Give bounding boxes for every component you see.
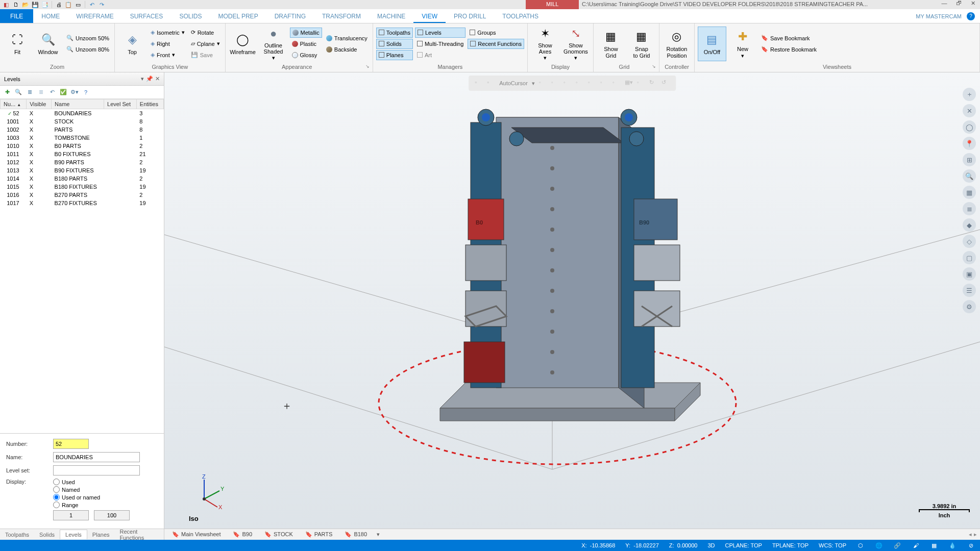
reset-icon[interactable]: ↶ bbox=[48, 88, 56, 96]
qb-pin-icon[interactable]: 📍 bbox=[963, 137, 976, 150]
cplane-status[interactable]: CPLANE: TOP bbox=[725, 542, 762, 548]
snap-to-grid-button[interactable]: ▦Snap to Grid bbox=[627, 27, 656, 61]
table-row[interactable]: 1016XB270 PARTS2 bbox=[1, 191, 164, 199]
save-view-button[interactable]: 💾Save bbox=[189, 50, 222, 60]
col-number[interactable]: Nu... ▲ bbox=[1, 99, 27, 109]
multithreading-toggle[interactable]: Multi-Threading bbox=[415, 39, 465, 49]
glossy-button[interactable]: Glossy bbox=[290, 50, 322, 60]
qb-extra3-icon[interactable]: ▢ bbox=[963, 251, 976, 264]
tab-toolpaths[interactable]: Toolpaths bbox=[0, 530, 34, 539]
dialog-launcher-icon[interactable]: ↘ bbox=[652, 64, 656, 69]
tab-file[interactable]: FILE bbox=[0, 9, 33, 23]
qb-zoom-icon[interactable]: 🔍 bbox=[963, 169, 976, 183]
isometric-button[interactable]: ◈Isometric ▾ bbox=[149, 28, 187, 38]
table-row[interactable]: 1002XPARTS8 bbox=[1, 126, 164, 134]
name-input[interactable] bbox=[53, 452, 140, 462]
save-as-icon[interactable]: 📑 bbox=[41, 1, 49, 9]
tab-levels[interactable]: Levels bbox=[60, 530, 87, 539]
top-button[interactable]: ◈Top bbox=[118, 27, 146, 61]
check-icon[interactable]: ✅ bbox=[59, 88, 67, 96]
save-bookmark-button[interactable]: 🔖Save Bookmark bbox=[759, 33, 819, 43]
tab-toolpaths[interactable]: TOOLPATHS bbox=[494, 9, 547, 23]
tab-modelprep[interactable]: MODEL PREP bbox=[210, 9, 266, 23]
tab-prodrill[interactable]: PRO DRILL bbox=[446, 9, 494, 23]
levels-toggle[interactable]: Levels bbox=[415, 28, 465, 38]
front-button[interactable]: ◈Front ▾ bbox=[149, 50, 187, 60]
vs-stock[interactable]: 🔖STOCK bbox=[259, 529, 299, 540]
radio-named[interactable] bbox=[53, 486, 60, 493]
plastic-button[interactable]: Plastic bbox=[290, 39, 322, 49]
col-entities[interactable]: Entities bbox=[136, 99, 163, 109]
help-icon[interactable]: ? bbox=[82, 88, 90, 96]
dialog-launcher-icon[interactable]: ↘ bbox=[365, 64, 370, 69]
blank-icon[interactable]: ▭ bbox=[74, 1, 82, 9]
qb-gear-icon[interactable]: ⚙ bbox=[963, 300, 976, 313]
status-stop-icon[interactable]: ⊘ bbox=[967, 542, 975, 549]
unzoom50-button[interactable]: 🔍Unzoom 50% bbox=[64, 33, 111, 43]
undo-icon[interactable]: ↶ bbox=[88, 1, 96, 9]
qb-cube-icon[interactable]: ▦ bbox=[963, 186, 976, 199]
vs-b90[interactable]: 🔖B90 bbox=[227, 529, 258, 540]
search-icon[interactable]: 🔍 bbox=[14, 88, 22, 96]
status-globe-icon[interactable]: ⬡ bbox=[856, 542, 865, 549]
rotate-button[interactable]: ⟳Rotate bbox=[189, 28, 222, 38]
stack-fade-icon[interactable]: ≣ bbox=[37, 88, 45, 96]
wireframe-button[interactable]: ◯Wireframe bbox=[229, 27, 257, 61]
radio-used-or-named[interactable] bbox=[53, 494, 60, 500]
show-axes-button[interactable]: ✶Show Axes▾ bbox=[531, 27, 559, 61]
status-link-icon[interactable]: 🔗 bbox=[893, 542, 901, 549]
tab-machine[interactable]: MACHINE bbox=[369, 9, 413, 23]
vs-more[interactable]: ▾ bbox=[374, 531, 383, 538]
rotation-position-button[interactable]: ◎Rotation Position bbox=[663, 27, 691, 61]
qb-extra2-icon[interactable]: ◇ bbox=[963, 235, 976, 248]
col-name[interactable]: Name bbox=[52, 99, 104, 109]
tplane-status[interactable]: TPLANE: TOP bbox=[772, 542, 808, 548]
tab-wireframe[interactable]: WIREFRAME bbox=[68, 9, 121, 23]
outline-shaded-button[interactable]: ●Outline Shaded▾ bbox=[259, 27, 288, 61]
close-icon[interactable]: ✕ bbox=[968, 0, 978, 7]
stack-icon[interactable]: ≣ bbox=[26, 88, 34, 96]
col-levelset[interactable]: Level Set bbox=[104, 99, 137, 109]
vs-main[interactable]: 🔖Main Viewsheet bbox=[166, 529, 226, 540]
backside-button[interactable]: Backside bbox=[324, 44, 370, 55]
status-paint-icon[interactable]: 🖌 bbox=[912, 542, 920, 548]
scroll-left-icon[interactable]: ◂ bbox=[969, 531, 972, 538]
tab-planes[interactable]: Planes bbox=[87, 530, 115, 539]
tab-solids[interactable]: SOLIDS bbox=[171, 9, 210, 23]
table-row[interactable]: 1013XB90 FIXTURES19 bbox=[1, 166, 164, 174]
dropdown-icon[interactable]: ▾ bbox=[141, 76, 144, 82]
right-button[interactable]: ◈Right bbox=[149, 39, 187, 49]
qb-plus-icon[interactable]: ＋ bbox=[963, 88, 976, 101]
vs-parts[interactable]: 🔖PARTS bbox=[300, 529, 338, 540]
radio-range[interactable] bbox=[53, 502, 60, 508]
pin-icon[interactable]: 📌 bbox=[146, 76, 153, 82]
mode-3d[interactable]: 3D bbox=[707, 542, 715, 548]
add-level-icon[interactable]: ✚ bbox=[3, 88, 11, 96]
gear-icon[interactable]: ⚙▾ bbox=[70, 88, 79, 96]
my-mastercam-link[interactable]: MY MASTERCAM bbox=[916, 13, 962, 19]
viewport[interactable]: ▫ ▫ AutoCursor▾ ◦ ◦ ◦ ◦ ◦ ◦ ◦ ▦▾ ◦ ↻ ↺ bbox=[164, 72, 980, 540]
table-row[interactable]: 1015XB180 FIXTURES19 bbox=[1, 183, 164, 191]
restore-bookmark-button[interactable]: 🔖Restore Bookmark bbox=[759, 44, 819, 55]
onoff-button[interactable]: ▤On/Off bbox=[698, 27, 726, 61]
table-row[interactable]: 1014XB180 PARTS2 bbox=[1, 174, 164, 183]
levelset-input[interactable] bbox=[53, 465, 140, 475]
translucency-button[interactable]: Translucency bbox=[324, 33, 370, 43]
tab-view[interactable]: VIEW bbox=[413, 9, 446, 23]
qb-extra4-icon[interactable]: ▣ bbox=[963, 267, 976, 281]
planes-toggle[interactable]: Planes bbox=[376, 50, 413, 60]
close-panel-icon[interactable]: ✕ bbox=[155, 76, 160, 82]
tab-surfaces[interactable]: SURFACES bbox=[122, 9, 172, 23]
levels-table[interactable]: Nu... ▲ Visible Name Level Set Entities … bbox=[0, 99, 164, 433]
vs-b180[interactable]: 🔖B180 bbox=[339, 529, 373, 540]
groups-toggle[interactable]: Groups bbox=[468, 28, 524, 38]
tab-solids[interactable]: Solids bbox=[34, 530, 60, 539]
show-grid-button[interactable]: ▦Show Grid bbox=[597, 27, 625, 61]
show-gnomons-button[interactable]: ⤡Show Gnomons▾ bbox=[561, 27, 590, 61]
tab-home[interactable]: HOME bbox=[33, 9, 68, 23]
table-row[interactable]: 1010XB0 PARTS2 bbox=[1, 142, 164, 150]
save-icon[interactable]: 💾 bbox=[31, 1, 39, 9]
table-row[interactable]: 1011XB0 FIXTURES21 bbox=[1, 150, 164, 158]
fit-button[interactable]: ⛶Fit bbox=[3, 27, 32, 61]
table-row[interactable]: 52XBOUNDARIES3 bbox=[1, 109, 164, 118]
